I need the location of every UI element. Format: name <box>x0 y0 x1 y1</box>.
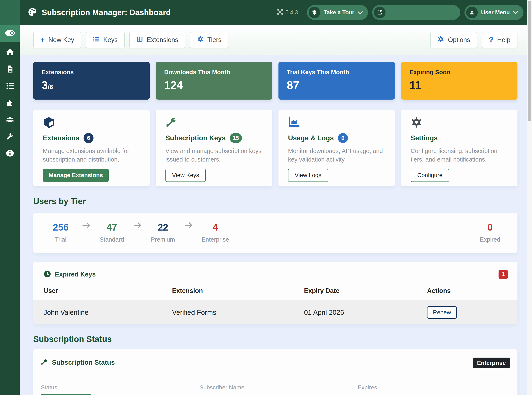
tier-count: 256 <box>53 222 69 232</box>
sidebar-item-documents[interactable] <box>5 65 14 74</box>
expired-count-badge: 1 <box>499 270 508 279</box>
question-icon: ? <box>489 36 493 44</box>
stat-card-downloads: Downloads This Month 124 <box>156 62 272 99</box>
user-menu-button[interactable]: User Menu <box>464 5 523 20</box>
tier-count: 47 <box>106 222 117 232</box>
users-icon <box>6 115 14 125</box>
renew-button[interactable]: Renew <box>427 306 457 319</box>
chart-area-icon <box>288 116 385 128</box>
sidebar-item-users[interactable] <box>5 115 14 124</box>
feature-title: Usage & Logs <box>288 134 334 142</box>
options-button[interactable]: Options <box>430 32 477 48</box>
view-logs-button[interactable]: View Logs <box>288 169 328 182</box>
status-field: Status Licence is Valid <box>41 384 200 395</box>
tiers-button[interactable]: Tiers <box>190 32 228 48</box>
tier-premium: 22 Premium <box>151 222 175 243</box>
list-icon <box>6 82 14 91</box>
tier-label: Trial <box>55 236 66 243</box>
feature-title: Subscription Keys <box>165 134 226 142</box>
keys-button[interactable]: Keys <box>86 32 125 48</box>
column-header-expiry-date: Expiry Date <box>304 284 427 300</box>
main-content: Extensions 3/6 Downloads This Month 124 … <box>20 55 527 395</box>
extensions-label: Extensions <box>147 36 178 44</box>
expires-label: Expires <box>358 384 510 391</box>
help-button[interactable]: ? Help <box>482 32 517 48</box>
tier-expired: 0 Expired <box>478 222 503 243</box>
chevron-down-icon <box>358 9 363 16</box>
feature-card-usage-logs: Usage & Logs 0 Monitor downloads, API us… <box>278 110 395 186</box>
sidebar-item-extensions[interactable] <box>5 99 14 108</box>
subscription-status-card: Subscription Status Enterprise Status Li… <box>33 349 517 395</box>
extensions-button[interactable]: Extensions <box>129 32 185 48</box>
feature-card-extensions: Extensions 6 Manage extensions available… <box>33 110 150 186</box>
count-badge: 15 <box>230 133 242 143</box>
cell-expiry-date: 01 April 2026 <box>304 300 427 324</box>
app-header: Subscription Manager: Dashboard 5.4.3 Ta… <box>20 0 527 25</box>
cell-user: John Valentine <box>33 300 172 324</box>
table-row: John Valentine Verified Forms 01 April 2… <box>33 300 517 324</box>
view-keys-button[interactable]: View Keys <box>165 169 206 182</box>
take-a-tour-button[interactable]: Take a Tour <box>307 5 368 20</box>
sidebar-item-info[interactable] <box>5 149 14 158</box>
stat-cards-row: Extensions 3/6 Downloads This Month 124 … <box>33 62 517 99</box>
licence-valid-badge: Licence is Valid <box>41 394 92 395</box>
stat-value: 87 <box>287 79 386 91</box>
expired-keys-panel: Expired Keys 1 User Extension Expiry Dat… <box>33 262 517 324</box>
expires-field: Expires No expiry <box>358 384 510 395</box>
sidebar-item-list[interactable] <box>5 82 14 91</box>
take-a-tour-label: Take a Tour <box>324 9 354 16</box>
vertical-scrollbar[interactable] <box>527 0 532 395</box>
count-badge: 6 <box>84 133 93 143</box>
gear-icon <box>411 116 508 128</box>
key-icon <box>41 358 48 366</box>
tier-label: Expired <box>480 236 500 243</box>
puzzle-piece-icon <box>6 99 14 108</box>
tier-count: 0 <box>487 222 493 232</box>
subscription-status-heading: Subscription Status <box>33 335 517 344</box>
keys-label: Keys <box>103 36 118 44</box>
users-by-tier-heading: Users by Tier <box>33 197 517 206</box>
scrollbar-thumb[interactable] <box>528 1 531 121</box>
expired-keys-table: User Extension Expiry Date Actions John … <box>33 284 517 324</box>
tier-standard: 47 Standard <box>99 222 124 243</box>
preview-site-button[interactable] <box>372 5 460 20</box>
user-icon <box>466 7 478 18</box>
signpost-icon <box>309 7 320 18</box>
version-info: 5.4.3 <box>277 9 298 16</box>
stat-card-extensions: Extensions 3/6 <box>33 62 150 99</box>
cube-icon <box>43 116 140 128</box>
users-by-tier-card: 256 Trial 47 Standard 22 Premium 4 Enter… <box>33 213 517 253</box>
home-icon <box>6 48 14 57</box>
stat-label: Downloads This Month <box>164 69 264 76</box>
configure-button[interactable]: Configure <box>411 169 449 182</box>
status-label: Status <box>41 384 200 391</box>
sidebar-item-home[interactable] <box>5 48 14 57</box>
wrench-icon <box>6 132 14 141</box>
menu-toggle-button[interactable] <box>0 25 20 42</box>
feature-description: View and manage subscription keys issued… <box>165 147 263 164</box>
column-header-actions: Actions <box>427 284 517 300</box>
arrow-right-icon <box>82 213 91 230</box>
toggle-on-icon <box>5 30 15 37</box>
stat-label: Trial Keys This Month <box>287 69 386 76</box>
new-key-button[interactable]: + New Key <box>33 32 81 48</box>
arrow-right-icon <box>133 213 142 230</box>
sidebar-item-tools[interactable] <box>5 132 14 141</box>
tier-label: Premium <box>151 236 175 243</box>
joomla-logo-icon <box>277 9 283 16</box>
column-header-user: User <box>33 284 172 300</box>
subscriber-name-label: Subscriber Name <box>200 384 358 391</box>
tiers-label: Tiers <box>207 36 222 44</box>
tier-enterprise: 4 Enterprise <box>201 222 229 243</box>
options-label: Options <box>448 36 470 44</box>
new-key-label: New Key <box>49 36 74 44</box>
stat-label: Expiring Soon <box>409 69 509 76</box>
toolbar: + New Key Keys Extensions <box>20 25 527 55</box>
feature-card-settings: Settings Configure licensing, subscripti… <box>401 110 517 186</box>
feature-card-subscription-keys: Subscription Keys 15 View and manage sub… <box>156 110 272 186</box>
stat-card-expiring-soon: Expiring Soon 11 <box>401 62 517 99</box>
feature-title: Settings <box>411 134 438 142</box>
manage-extensions-button[interactable]: Manage Extensions <box>43 169 109 182</box>
tier-count: 4 <box>213 222 218 232</box>
gear-icon <box>437 36 444 44</box>
